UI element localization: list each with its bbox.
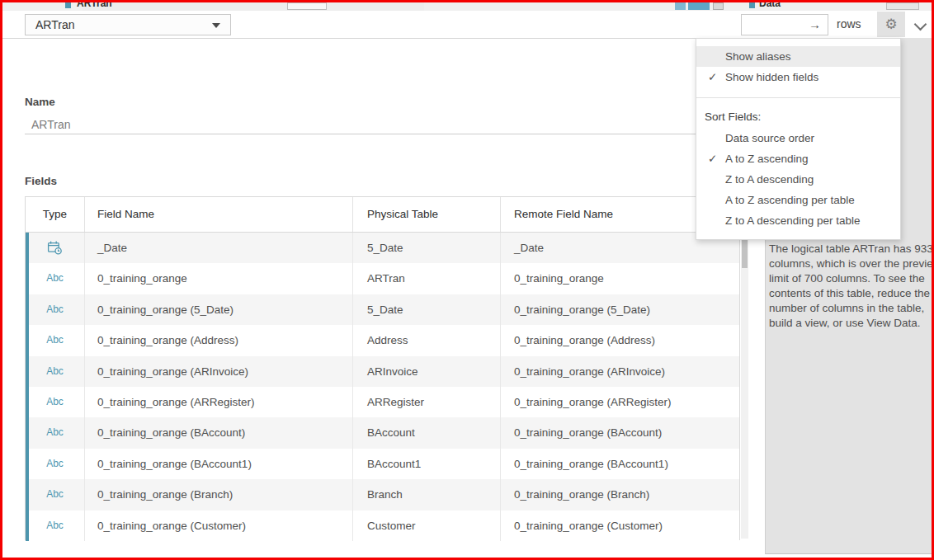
field-name-cell: 0_training_orange (Address) xyxy=(85,325,353,355)
table-selector-value: ARTran xyxy=(35,15,74,35)
physical-table-cell: ARInvoice xyxy=(353,356,501,387)
sort-fields-section-label: Sort Fields: xyxy=(696,106,900,128)
rows-unit-label: rows xyxy=(837,11,861,37)
table-selector-dropdown[interactable]: ARTran xyxy=(25,14,231,35)
string-type-icon: Abc xyxy=(46,511,64,541)
data-grid-icon xyxy=(749,2,755,8)
arrow-right-icon[interactable]: → xyxy=(809,15,821,35)
field-name-cell: 0_training_orange xyxy=(85,263,353,294)
field-name-cell: 0_training_orange (ARRegister) xyxy=(85,387,353,417)
field-name-cell: 0_training_orange (BAccount1) xyxy=(85,449,353,479)
field-type-cell: Abc xyxy=(26,294,85,325)
table-icon xyxy=(65,2,71,8)
menu-item-show-aliases[interactable]: Show aliases xyxy=(696,46,900,67)
column-header-physical-table: Physical Table xyxy=(353,197,501,232)
menu-item-data-source-order[interactable]: Data source order xyxy=(696,128,900,148)
menu-item-z-to-a-descending[interactable]: Z to A descending xyxy=(696,169,900,190)
physical-table-cell: Address xyxy=(353,325,501,355)
remote-field-name-cell: 0_training_orange (5_Date) xyxy=(501,294,739,325)
string-type-icon: Abc xyxy=(46,387,64,417)
clipped-thumbnail-fragment xyxy=(675,2,686,10)
preview-limit-message: The logical table ARTran has 933 columns… xyxy=(769,242,934,331)
string-type-icon: Abc xyxy=(46,417,64,448)
menu-item-a-to-z-ascending[interactable]: ✓A to Z ascending xyxy=(696,148,900,169)
field-name-cell: 0_training_orange (BAccount) xyxy=(85,417,353,448)
column-header-field-name: Field Name xyxy=(85,197,353,232)
table-row[interactable]: Abc0_training_orange (Address)Address0_t… xyxy=(26,325,739,355)
physical-table-cell: ARTran xyxy=(353,263,501,294)
table-row[interactable]: Abc0_training_orange (BAccount1)BAccount… xyxy=(26,449,739,479)
physical-table-cell: BAccount xyxy=(353,417,501,448)
string-type-icon: Abc xyxy=(46,263,64,294)
physical-table-cell: Customer xyxy=(353,511,501,541)
clipped-data-label: Data xyxy=(759,2,781,9)
clipped-tab-fragment xyxy=(83,2,424,11)
data-source-edit-window: ARTran Data ARTran → rows ⚙ The logical … xyxy=(0,0,934,560)
table-row[interactable]: Abc0_training_orange (ARRegister)ARRegis… xyxy=(26,387,739,417)
physical-table-cell: Branch xyxy=(353,479,501,510)
check-icon: ✓ xyxy=(708,67,723,87)
chevron-down-icon xyxy=(212,23,220,28)
physical-table-cell: 5_Date xyxy=(353,294,501,325)
physical-table-cell: BAccount1 xyxy=(353,449,501,479)
table-row[interactable]: Abc0_training_orange (BAccount)BAccount0… xyxy=(26,417,739,448)
field-name-cell: 0_training_orange (5_Date) xyxy=(85,294,353,325)
field-type-cell: Abc xyxy=(26,325,85,355)
table-row[interactable]: Abc0_training_orange (ARInvoice)ARInvoic… xyxy=(26,356,739,387)
table-row[interactable]: Abc0_training_orange (Branch)Branch0_tra… xyxy=(26,479,739,510)
field-type-cell: Abc xyxy=(26,387,85,417)
remote-field-name-cell: 0_training_orange (ARRegister) xyxy=(501,387,739,417)
physical-table-cell: 5_Date xyxy=(353,233,501,263)
fields-table: Type Field Name Physical Table Remote Fi… xyxy=(25,196,740,540)
remote-field-name-cell: 0_training_orange (ARInvoice) xyxy=(501,356,739,387)
clipped-thumbnail-fragment xyxy=(688,2,710,10)
fields-table-body: _Date5_Date_DateAbc0_training_orangeARTr… xyxy=(26,233,739,541)
preview-toolbar: ARTran → rows ⚙ xyxy=(0,11,934,39)
string-type-icon: Abc xyxy=(46,449,64,479)
clipped-control-fragment xyxy=(287,2,327,10)
name-label: Name xyxy=(25,96,55,108)
string-type-icon: Abc xyxy=(46,356,64,387)
settings-gear-button[interactable]: ⚙ xyxy=(877,12,905,37)
column-header-type: Type xyxy=(26,197,85,232)
field-name-cell: 0_training_orange (ARInvoice) xyxy=(85,356,353,387)
field-type-cell: Abc xyxy=(26,511,85,541)
table-row[interactable]: _Date5_Date_Date xyxy=(26,233,739,263)
field-type-cell: Abc xyxy=(26,263,85,294)
table-scrollbar-track[interactable] xyxy=(741,232,748,539)
menu-item-show-hidden-fields[interactable]: ✓Show hidden fields xyxy=(696,67,900,87)
name-input[interactable]: ARTran xyxy=(31,118,70,131)
gear-icon: ⚙ xyxy=(884,16,897,32)
string-type-icon: Abc xyxy=(46,325,64,355)
clipped-tab-label: ARTran xyxy=(77,2,112,9)
remote-field-name-cell: 0_training_orange (Customer) xyxy=(501,511,739,541)
remote-field-name-cell: 0_training_orange (BAccount) xyxy=(501,417,739,448)
remote-field-name-cell: 0_training_orange (Address) xyxy=(501,325,739,355)
date-time-icon xyxy=(47,241,63,255)
settings-menu: Show aliases✓Show hidden fieldsSort Fiel… xyxy=(696,38,901,240)
table-row[interactable]: Abc0_training_orange (5_Date)5_Date0_tra… xyxy=(26,294,739,325)
clipped-top-ui-strip: ARTran Data xyxy=(2,2,932,11)
remote-field-name-cell: 0_training_orange xyxy=(501,263,739,294)
field-type-cell: Abc xyxy=(26,356,85,387)
fields-table-header: Type Field Name Physical Table Remote Fi… xyxy=(26,197,739,233)
field-name-cell: 0_training_orange (Customer) xyxy=(85,511,353,541)
menu-separator xyxy=(696,97,900,98)
field-name-cell: 0_training_orange (Branch) xyxy=(85,479,353,510)
row-limit-input[interactable]: → xyxy=(741,14,828,35)
collapse-pane-chevron-icon[interactable] xyxy=(914,18,927,31)
fields-label: Fields xyxy=(25,175,57,187)
string-type-icon: Abc xyxy=(46,479,64,510)
name-input-underline xyxy=(25,134,745,134)
field-type-cell: Abc xyxy=(26,449,85,479)
string-type-icon: Abc xyxy=(46,294,64,325)
check-icon: ✓ xyxy=(708,148,723,169)
table-row[interactable]: Abc0_training_orange (Customer)Customer0… xyxy=(26,511,739,541)
remote-field-name-cell: 0_training_orange (BAccount1) xyxy=(501,449,739,479)
menu-item-z-to-a-descending-per-table[interactable]: Z to A descending per table xyxy=(696,210,900,231)
field-name-cell: _Date xyxy=(85,233,353,263)
field-type-cell: Abc xyxy=(26,417,85,448)
menu-item-a-to-z-ascending-per-table[interactable]: A to Z ascending per table xyxy=(696,190,900,210)
table-row[interactable]: Abc0_training_orangeARTran0_training_ora… xyxy=(26,263,739,294)
clipped-control-fragment xyxy=(713,2,724,10)
